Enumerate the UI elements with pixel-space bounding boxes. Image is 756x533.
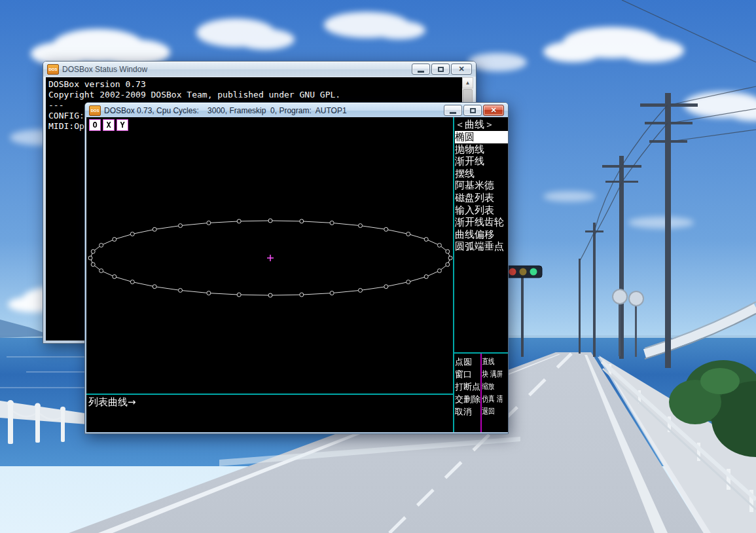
status-window-title: DOSBox Status Window — [62, 65, 405, 74]
close-button[interactable]: ✕ — [451, 64, 472, 75]
dosbox-icon: DOS — [47, 64, 59, 75]
cad-menu-item[interactable]: 阿基米德 — [455, 179, 508, 192]
close-icon: ✕ — [490, 107, 496, 114]
cad-menu-item[interactable]: 渐开线齿轮 — [455, 216, 508, 229]
main-window-titlebar[interactable]: DOS DOSBox 0.73, Cpu Cycles: 3000, Frame… — [85, 103, 508, 118]
maximize-button[interactable] — [431, 64, 450, 75]
cad-right-menu: ＜曲线＞ 椭圆抛物线渐开线摆线阿基米德磁盘列表输入列表渐开线齿轮曲线偏移圆弧端垂… — [455, 119, 508, 253]
minimize-icon — [418, 71, 424, 73]
dosbox-icon: DOS — [89, 105, 101, 116]
cad-menu-item[interactable]: 圆弧端垂点 — [455, 240, 508, 253]
cad-bottom-menu-item[interactable]: 块 满屏 — [480, 368, 503, 380]
axis-button-x[interactable]: X — [103, 119, 115, 131]
cad-status-text: 列表曲线→ — [88, 396, 136, 409]
axis-button-o[interactable]: O — [89, 119, 101, 131]
cad-bottom-menu-item[interactable]: 退回 — [480, 405, 503, 418]
cad-bottom-menu-item[interactable]: 直线 — [480, 356, 503, 368]
close-button[interactable]: ✕ — [483, 105, 504, 116]
cad-bottom-menu-item[interactable]: 点圆 — [454, 356, 480, 368]
terminal-line: Copyright 2002-2009 DOSBox Team, publish… — [48, 90, 471, 100]
cad-menu-item[interactable]: 椭圆 — [455, 131, 508, 143]
maximize-icon — [438, 67, 444, 72]
cad-bottom-menu: 点圆直线窗口块 满屏打断点缩放交删除仿真 清屏取消退回 — [454, 356, 508, 418]
terminal-line: DOSBox version 0.73 — [48, 79, 471, 90]
cad-menu-item[interactable]: 抛物线 — [455, 143, 508, 156]
cad-bottom-menu-item[interactable]: 仿真 清屏 — [480, 393, 503, 405]
cad-menu-item[interactable]: 渐开线 — [455, 155, 508, 168]
cad-bottom-menu-item[interactable]: 打断点 — [454, 380, 480, 393]
main-window-title: DOSBox 0.73, Cpu Cycles: 3000, Frameskip… — [104, 106, 437, 115]
maximize-button[interactable] — [463, 105, 482, 116]
minimize-button[interactable] — [444, 105, 462, 116]
cad-menu-item[interactable]: 曲线偏移 — [455, 229, 508, 241]
dosbox-main-window[interactable]: DOS DOSBox 0.73, Cpu Cycles: 3000, Frame… — [84, 102, 509, 434]
autop-cad-screen: OXY ＜曲线＞ 椭圆抛物线渐开线摆线阿基米德磁盘列表输入列表渐开线齿轮曲线偏移… — [86, 117, 508, 432]
cad-bottom-menu-item[interactable]: 取消 — [454, 405, 480, 418]
status-divider-line — [86, 394, 453, 395]
maximize-icon — [470, 108, 476, 113]
axis-button-y[interactable]: Y — [117, 119, 128, 131]
cad-menu-item[interactable]: 磁盘列表 — [455, 192, 508, 204]
cad-menu-item[interactable]: 输入列表 — [455, 204, 508, 217]
close-icon: ✕ — [458, 65, 464, 73]
minimize-button[interactable] — [412, 64, 430, 75]
cad-menu-header: ＜曲线＞ — [455, 119, 508, 131]
status-window-titlebar[interactable]: DOS DOSBox Status Window ✕ — [43, 62, 476, 77]
cad-bottom-menu-item[interactable]: 交删除 — [454, 393, 480, 405]
minimize-icon — [450, 112, 456, 114]
desktop: DOS DOSBox Status Window ✕ DOSBox versio… — [0, 0, 756, 533]
cad-drawing-ellipse — [86, 117, 508, 432]
axis-buttons: OXY — [89, 119, 128, 131]
cad-bottom-menu-item[interactable]: 窗口 — [454, 368, 480, 380]
scroll-up-button[interactable]: ▲ — [462, 77, 473, 88]
cad-bottom-menu-item[interactable]: 缩放 — [480, 380, 503, 393]
cad-menu-item[interactable]: 摆线 — [455, 168, 508, 180]
